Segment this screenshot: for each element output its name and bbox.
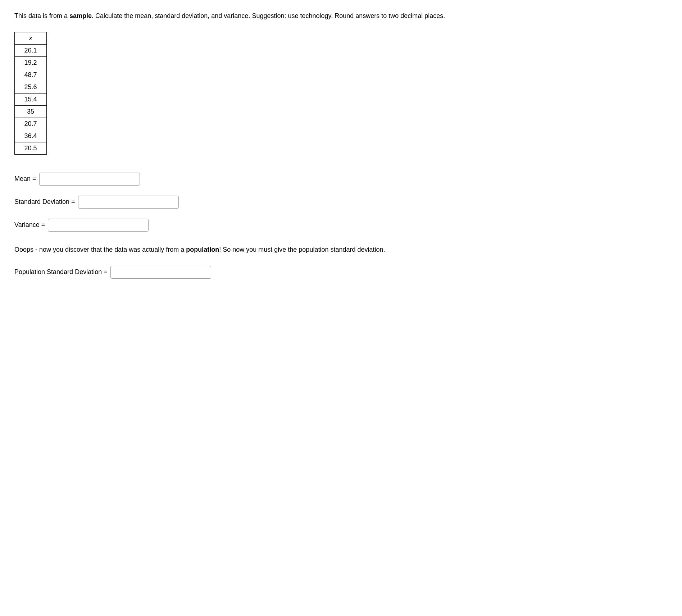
table-row: 48.7: [15, 69, 47, 81]
table-row: 15.4: [15, 93, 47, 105]
pop-std-input[interactable]: [110, 266, 211, 279]
mean-input[interactable]: [39, 173, 140, 186]
table-row: 36.4: [15, 130, 47, 142]
table-cell-x: 25.6: [15, 81, 47, 93]
table-row: 19.2: [15, 56, 47, 69]
std-dev-label: Standard Deviation =: [14, 198, 75, 206]
population-bold: population: [186, 246, 219, 253]
sample-bold: sample: [69, 12, 92, 19]
intro-paragraph: This data is from a sample. Calculate th…: [14, 11, 668, 21]
pop-std-label: Population Standard Deviation =: [14, 268, 108, 276]
table-row: 20.7: [15, 118, 47, 130]
oops-text-after: ! So now you must give the population st…: [219, 246, 385, 253]
table-cell-x: 36.4: [15, 130, 47, 142]
table-cell-x: 26.1: [15, 44, 47, 56]
stats-form: Mean = Standard Deviation = Variance =: [14, 173, 668, 232]
std-dev-input[interactable]: [78, 196, 179, 209]
table-cell-x: 15.4: [15, 93, 47, 105]
mean-label: Mean =: [14, 175, 36, 183]
variance-input[interactable]: [48, 219, 149, 232]
table-row: 26.1: [15, 44, 47, 56]
table-cell-x: 19.2: [15, 56, 47, 69]
variance-row: Variance =: [14, 219, 668, 232]
table-row: 25.6: [15, 81, 47, 93]
intro-text-after-sample: . Calculate the mean, standard deviation…: [92, 12, 445, 19]
oops-text-before: Ooops - now you discover that the data w…: [14, 246, 186, 253]
table-row: 35: [15, 105, 47, 118]
mean-row: Mean =: [14, 173, 668, 186]
intro-text-before-sample: This data is from a: [14, 12, 69, 19]
pop-std-row: Population Standard Deviation =: [14, 266, 668, 279]
table-header-x: x: [15, 32, 47, 44]
table-row: 20.5: [15, 142, 47, 154]
table-cell-x: 20.5: [15, 142, 47, 154]
table-cell-x: 35: [15, 105, 47, 118]
variance-label: Variance =: [14, 221, 45, 229]
data-table: x 26.119.248.725.615.43520.736.420.5: [14, 32, 47, 155]
oops-paragraph: Ooops - now you discover that the data w…: [14, 245, 668, 255]
table-cell-x: 48.7: [15, 69, 47, 81]
std-dev-row: Standard Deviation =: [14, 196, 668, 209]
table-cell-x: 20.7: [15, 118, 47, 130]
